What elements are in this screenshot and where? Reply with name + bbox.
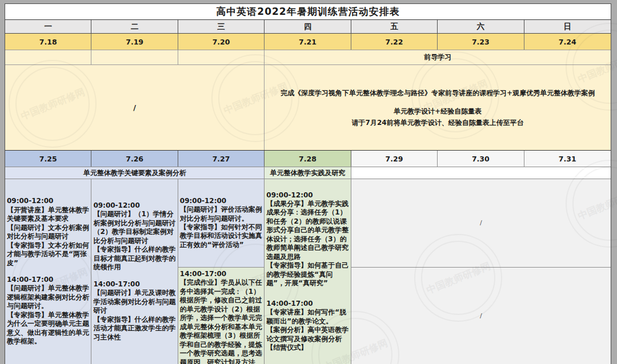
day-7-28-cell: 09:00-12:00 【成果分享】单元教学实践成果分享：选择任务（1）和任务（… — [265, 179, 351, 364]
date-cell: 7.21 — [265, 34, 351, 50]
date-cell: 7.29 — [351, 151, 438, 167]
date-cell: 7.24 — [524, 34, 611, 50]
day-7-27-am-cell: 09:00-12:00 【问题研讨】评价活动案例对比分析与问题研讨。 【专家指导… — [178, 179, 264, 268]
session-pm: 14:00-17:00 【问题研讨】单元整体教学逻辑框架构建案例对比分析与问题研… — [7, 276, 89, 346]
session-am: 09:00-12:00 【问题研讨】评价活动案例对比分析与问题研讨。 【专家指导… — [180, 197, 262, 250]
session-pm: 14:00-17:00 【完成作业】学员从以下任务中选择其一完成：（1）根据所学… — [180, 270, 262, 364]
weekday-tue: 二 — [91, 20, 178, 33]
task-line: 完成《深度学习视角下单元整体教学理念与路径》专家前导讲座的课程学习+观摩优秀单元… — [281, 87, 595, 99]
theme-analysis-label: 单元整体教学关键要素及案例分析 — [5, 167, 265, 179]
empty-cell — [5, 50, 91, 64]
date-cell: 7.31 — [524, 151, 611, 167]
date-cell: 7.26 — [91, 151, 178, 167]
week1-dates-row: 7.18 7.19 7.20 7.21 7.22 7.23 7.24 — [5, 34, 611, 50]
date-cell: 7.18 — [5, 34, 91, 50]
week2-dates-row: 7.25 7.26 7.27 7.28 7.29 7.30 7.31 — [5, 151, 611, 167]
day-7-27-pm-cell: 14:00-17:00 【完成作业】学员从以下任务中选择其一完成：（1）根据所学… — [178, 268, 264, 364]
date-cell: 7.25 — [5, 151, 91, 167]
date-cell: 7.20 — [178, 34, 265, 50]
session-am: 09:00-12:00 【开营讲座】单元整体教学关键要素及基本要求 【问题研讨】… — [7, 197, 89, 268]
weekday-sun: 日 — [524, 20, 611, 33]
days-7-29-to-7-31-cell: / / — [351, 179, 611, 364]
theme-row: 单元整体教学关键要素及案例分析 单元整体教学实践及研究 — [5, 167, 611, 179]
weekday-header-row: 一 二 三 四 五 六 日 — [5, 20, 611, 34]
week1-content-row: / 完成《深度学习视角下单元整体教学理念与路径》专家前导讲座的课程学习+观摩优秀… — [5, 65, 611, 151]
session-am: 09:00-12:00 【问题研讨】（1）学情分析案例对比分析与问题研讨 （2）… — [93, 201, 175, 272]
schedule-table: 高中英语2022年暑期训练营活动安排表 一 二 三 四 五 六 日 7.18 7… — [5, 3, 611, 364]
date-cell: 7.23 — [438, 34, 524, 50]
theme-practice-label: 单元整体教学实践及研究 — [265, 167, 351, 179]
weekday-fri: 五 — [351, 20, 438, 33]
weekday-wed: 三 — [178, 20, 265, 33]
session-pm: 14:00-17:00 【问题研讨】单元及课时教学活动案例对比分析与问题研讨 【… — [93, 280, 175, 342]
date-cell: 7.19 — [91, 34, 178, 50]
pre-study-row: 前导学习 — [5, 50, 611, 65]
empty-cell — [178, 50, 265, 64]
session-am: 09:00-12:00 【成果分享】单元教学实践成果分享：选择任务（1）和任务（… — [266, 191, 348, 288]
weekday-thu: 四 — [265, 20, 351, 33]
date-cell: 7.28 — [265, 151, 351, 167]
week1-task-cell: 完成《深度学习视角下单元整体教学理念与路径》专家前导讲座的课程学习+观摩优秀单元… — [265, 65, 611, 150]
rest-am-placeholder: / — [351, 179, 611, 268]
weekday-sat: 六 — [438, 20, 524, 33]
weekday-mon: 一 — [5, 20, 91, 33]
phase-label: 前导学习 — [265, 50, 611, 64]
day-7-27-cell: 09:00-12:00 【问题研讨】评价活动案例对比分析与问题研讨。 【专家指导… — [178, 179, 265, 364]
date-cell: 7.27 — [178, 151, 265, 167]
empty-cell — [91, 50, 178, 64]
date-cell: 7.30 — [438, 151, 524, 167]
date-cell: 7.22 — [351, 34, 438, 50]
rest-pm-placeholder: / — [351, 268, 611, 364]
page-title: 高中英语2022年暑期训练营活动安排表 — [5, 4, 611, 20]
task-line: 请于7月24前将单元教学设计、经验自陈量表上传至平台 — [352, 117, 524, 128]
empty-cell — [351, 167, 611, 179]
week1-left-placeholder: / — [5, 65, 265, 150]
task-line: 单元教学设计+经验自陈量表 — [394, 106, 482, 117]
day-7-25-cell: 09:00-12:00 【开营讲座】单元整体教学关键要素及基本要求 【问题研讨】… — [5, 179, 91, 364]
day-7-26-cell: 09:00-12:00 【问题研讨】（1）学情分析案例对比分析与问题研讨 （2）… — [91, 179, 178, 364]
week2-content-row: 09:00-12:00 【开营讲座】单元整体教学关键要素及基本要求 【问题研讨】… — [5, 179, 611, 364]
session-pm: 14:00-17:00 【专家讲座】如何写作“脱颖而出”的教学论文。 【案例分析… — [266, 300, 348, 353]
